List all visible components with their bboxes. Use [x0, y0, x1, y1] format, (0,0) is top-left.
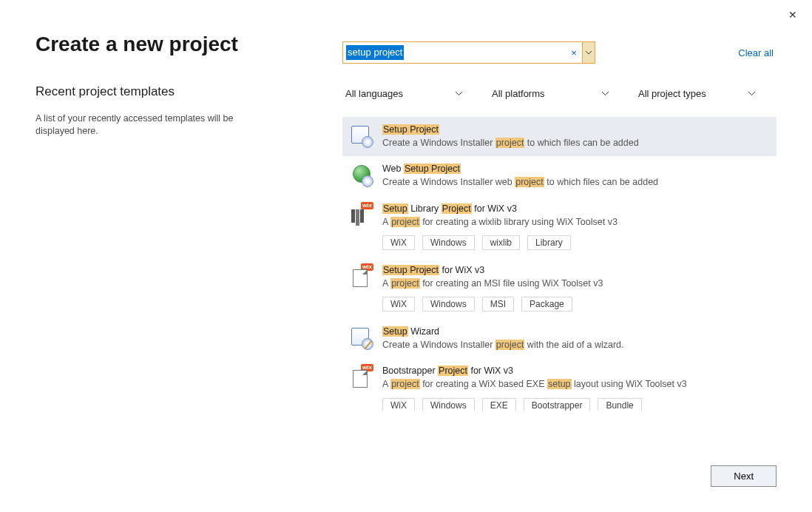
template-description: Create a Windows Installer web project t… — [382, 176, 768, 188]
template-tag: Bootstrapper — [524, 398, 591, 411]
template-icon — [351, 126, 372, 146]
template-body: Setup WizardCreate a Windows Installer p… — [382, 326, 768, 351]
filter-language-label: All languages — [345, 88, 403, 99]
template-icon: wix — [351, 367, 372, 388]
template-tags: WiXWindowsEXEBootstrapperBundle — [382, 398, 768, 411]
template-tag: WiX — [382, 235, 415, 250]
wand-icon — [363, 340, 373, 350]
search-highlight: project — [390, 278, 420, 289]
template-icon: wix — [351, 205, 372, 226]
template-title: Setup Library Project for WiX v3 — [382, 203, 768, 214]
template-item-setup-project[interactable]: Setup ProjectCreate a Windows Installer … — [342, 117, 777, 156]
filter-language[interactable]: All languages — [342, 83, 468, 104]
filter-row: All languages All platforms All project … — [342, 83, 777, 104]
search-highlight: Setup Project — [404, 164, 461, 174]
template-tag: MSI — [482, 297, 514, 311]
recent-templates-heading: Recent project templates — [35, 84, 342, 99]
search-highlight: Project — [441, 203, 472, 214]
search-highlight: Setup Project — [382, 124, 439, 135]
template-body: Bootstrapper Project for WiX v3A project… — [382, 366, 768, 411]
template-item-bootstrapper-wix3[interactable]: wixBootstrapper Project for WiX v3A proj… — [342, 358, 777, 411]
template-tag: Windows — [422, 235, 475, 250]
clear-all-link[interactable]: Clear all — [738, 47, 777, 58]
dialog-footer: Next — [711, 465, 777, 487]
search-row: setup project × Clear all — [342, 41, 777, 64]
search-clear-button[interactable]: × — [566, 42, 582, 63]
search-input[interactable]: setup project — [343, 42, 566, 63]
recent-templates-description: A list of your recently accessed templat… — [35, 112, 257, 138]
template-description: A project for creating a WiX based EXE s… — [382, 378, 768, 390]
template-body: Setup Project for WiX v3A project for cr… — [382, 265, 768, 311]
template-body: Web Setup ProjectCreate a Windows Instal… — [382, 164, 768, 188]
template-body: Setup Library Project for WiX v3A projec… — [382, 203, 768, 250]
template-tag: WiX — [382, 398, 415, 411]
template-icon: wix — [351, 266, 372, 287]
search-highlight: project — [390, 379, 420, 389]
template-icon — [351, 328, 372, 348]
template-title: Setup Project for WiX v3 — [382, 265, 768, 275]
page-title: Create a new project — [35, 33, 342, 56]
template-description: Create a Windows Installer project with … — [382, 339, 768, 351]
main-content: Create a new project Recent project temp… — [0, 0, 812, 411]
search-input-selected-text: setup project — [346, 45, 404, 60]
chevron-down-icon — [602, 92, 609, 95]
search-highlight: Setup — [382, 203, 408, 214]
right-column: setup project × Clear all All languages … — [342, 33, 777, 411]
template-tags: WiXWindowswixlibLibrary — [382, 235, 768, 250]
template-item-setup-library-wix3[interactable]: wixSetup Library Project for WiX v3A pro… — [342, 196, 777, 257]
filter-platform[interactable]: All platforms — [489, 83, 615, 104]
template-tag: Library — [527, 235, 571, 250]
search-highlight: setup — [547, 379, 572, 389]
search-highlight: Setup — [382, 326, 408, 337]
template-title: Setup Project — [382, 124, 768, 135]
template-tag: EXE — [482, 398, 516, 411]
template-tags: WiXWindowsMSIPackage — [382, 297, 768, 311]
wix-badge-icon: wix — [361, 202, 373, 209]
document-icon — [353, 370, 368, 388]
filter-project-type[interactable]: All project types — [635, 83, 761, 104]
disc-icon — [362, 136, 373, 148]
next-button[interactable]: Next — [711, 465, 777, 487]
template-body: Setup ProjectCreate a Windows Installer … — [382, 124, 768, 149]
left-column: Create a new project Recent project temp… — [35, 33, 342, 411]
template-tag: Windows — [422, 398, 475, 411]
chevron-down-icon — [456, 92, 462, 95]
template-description: A project for creating an MSI file using… — [382, 277, 768, 289]
template-description: Create a Windows Installer project to wh… — [382, 137, 768, 149]
template-tag: Package — [521, 297, 572, 311]
template-icon — [351, 165, 372, 186]
search-dropdown-button[interactable] — [582, 42, 595, 63]
chevron-down-icon — [748, 92, 755, 95]
search-box[interactable]: setup project × — [342, 41, 595, 64]
template-tag: wixlib — [482, 235, 520, 250]
close-button[interactable]: ✕ — [782, 6, 803, 24]
template-tag: Bundle — [598, 398, 641, 411]
disc-icon — [362, 175, 373, 187]
template-title: Bootstrapper Project for WiX v3 — [382, 366, 768, 376]
template-item-setup-wizard[interactable]: Setup WizardCreate a Windows Installer p… — [342, 319, 777, 358]
template-title: Setup Wizard — [382, 326, 768, 337]
template-title: Web Setup Project — [382, 164, 768, 174]
search-highlight: Setup Project — [382, 265, 439, 275]
template-item-setup-project-wix3[interactable]: wixSetup Project for WiX v3A project for… — [342, 257, 777, 319]
search-highlight: project — [495, 340, 525, 350]
filter-platform-label: All platforms — [492, 88, 545, 99]
search-highlight: project — [390, 217, 420, 227]
template-tag: Windows — [422, 297, 475, 311]
search-highlight: project — [495, 138, 525, 148]
document-icon — [353, 269, 368, 287]
search-highlight: project — [515, 177, 544, 187]
library-icon — [351, 209, 364, 226]
chevron-down-icon — [586, 51, 592, 55]
template-item-web-setup-project[interactable]: Web Setup ProjectCreate a Windows Instal… — [342, 156, 777, 195]
filter-project-type-label: All project types — [638, 88, 706, 99]
template-description: A project for creating a wixlib library … — [382, 216, 768, 228]
template-tag: WiX — [382, 297, 415, 311]
search-highlight: Project — [438, 366, 468, 376]
template-list: Setup ProjectCreate a Windows Installer … — [342, 117, 777, 411]
